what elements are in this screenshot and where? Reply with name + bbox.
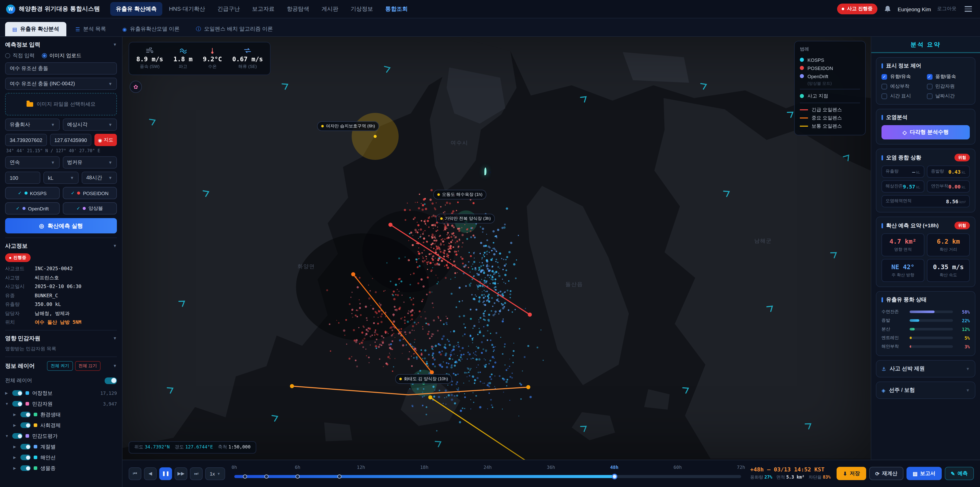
display-checkbox-유향/유속[interactable]: ✓유향/유속 (881, 73, 924, 80)
model-toggle-opendrift[interactable]: ✓OpenDrift (5, 202, 59, 214)
step-back-button[interactable]: ◀ (144, 467, 157, 480)
timeline-track[interactable] (234, 475, 741, 478)
hazard-eta-marker (243, 474, 247, 479)
incident-name-input[interactable] (5, 62, 117, 75)
timeline-handle[interactable] (611, 474, 617, 479)
image-dropzone[interactable]: 이미지 파일을 선택하세요 (5, 93, 117, 115)
layer-toggle[interactable] (12, 433, 22, 439)
chevron-down-icon[interactable]: ▼ (113, 244, 117, 248)
owner-insurance-fold[interactable]: ◈ 선주 / 보험 ▼ (881, 386, 970, 394)
caret-icon[interactable]: ▼ (5, 402, 9, 406)
timeline-tick[interactable]: 72h (737, 465, 745, 470)
timeline-tick[interactable]: 48h (610, 465, 619, 470)
recalculate-button[interactable]: ⟳재계산 (869, 467, 904, 480)
tab-boom-theory[interactable]: ⓘ오일펜스 배치 알고리즘 이론 (189, 22, 280, 36)
display-checkbox-시간 표시[interactable]: 시간 표시 (881, 93, 924, 100)
menu-item-rescue[interactable]: 긴급구난 (212, 2, 245, 16)
caret-icon[interactable]: ▶ (13, 466, 18, 470)
tab-model-theory[interactable]: ◉유출유확산모델 이론 (115, 22, 187, 36)
notification-bell-icon[interactable] (883, 5, 891, 13)
timeline-tick[interactable]: 60h (673, 465, 682, 470)
skip-start-button[interactable]: ⏮ (129, 467, 142, 480)
model-toggle-ensemble[interactable]: ✓앙상블 (62, 202, 117, 214)
polygon-analysis-button[interactable]: ◇다각형 분석수행 (881, 125, 970, 139)
model-toggle-kosps[interactable]: ✓KOSPS (5, 187, 59, 199)
all-layers-on-button[interactable]: 전체 켜기 (47, 361, 73, 371)
timeline-tick[interactable]: 36h (547, 465, 555, 470)
display-checkbox-예상부착[interactable]: 예상부착 (881, 83, 924, 90)
expected-time-select[interactable]: 예상시각▼ (62, 118, 117, 131)
layer-toggle[interactable] (12, 390, 22, 396)
chevron-down-icon[interactable]: ▼ (113, 336, 117, 341)
tab-diffusion-analysis[interactable]: ▤유출유 확산분석 (5, 22, 66, 36)
chevron-down-icon[interactable]: ▼ (113, 364, 117, 368)
map-style-button[interactable]: ✿ (130, 81, 142, 93)
menu-item-spill-forecast[interactable]: 유출유 확산예측 (110, 2, 162, 16)
hazard-marker[interactable]: 여자만 습지보호구역 (6h) (317, 121, 379, 131)
menu-item-air-search[interactable]: 항공탐색 (281, 2, 315, 16)
input-mode-radios: 직접 입력 이미지 업로드 (5, 52, 117, 59)
hazard-marker[interactable]: 화태도 김 양식장 (10h) (395, 374, 452, 384)
caret-icon[interactable]: ▶ (13, 445, 18, 449)
display-checkbox-날짜시간[interactable]: 날짜시간 (927, 93, 970, 100)
hamburger-menu-icon[interactable] (963, 4, 974, 14)
pause-button[interactable]: ❚❚ (159, 467, 172, 480)
run-prediction-button[interactable]: ◎확산예측 실행 (5, 218, 117, 233)
unit-select[interactable]: kL▼ (43, 172, 79, 184)
longitude-input[interactable] (50, 134, 91, 146)
layer-toggle[interactable] (21, 465, 30, 471)
menu-item-integrated-search[interactable]: 통합조회 (380, 2, 414, 16)
map-viewport[interactable]: 여수시화양면돌산읍남해군 여자만 습지보호구역 (6h)오동도 해수욕장 (1h… (123, 37, 871, 460)
cell-label: 연안부착 (931, 184, 948, 190)
logout-button[interactable]: 로그아웃 (937, 6, 956, 12)
display-checkbox-민감자원[interactable]: 민감자원 (927, 83, 970, 90)
timeline-tick[interactable]: 24h (484, 465, 492, 470)
model-toggle-poseidon[interactable]: ✓POSEIDON (62, 187, 117, 199)
menu-item-hns[interactable]: HNS·대기확산 (163, 2, 211, 16)
layer-toggle[interactable] (21, 412, 30, 417)
timeline-tick[interactable]: 18h (420, 465, 428, 470)
save-button[interactable]: ⬇저장 (837, 467, 866, 480)
layer-toggle[interactable] (21, 455, 30, 460)
timeline-tick[interactable]: 0h (231, 465, 237, 470)
caret-icon[interactable]: ▶ (5, 391, 9, 395)
menu-item-weather[interactable]: 기상정보 (345, 2, 379, 16)
tab-analysis-list[interactable]: ☰분석 목록 (68, 22, 113, 36)
timeline-tick[interactable]: 6h (295, 465, 301, 470)
hazard-marker[interactable]: 오동도 해수욕장 (1h) (433, 190, 487, 200)
playback-speed-select[interactable]: 1x▼ (205, 467, 225, 480)
layer-toggle[interactable] (21, 444, 30, 449)
caret-icon[interactable]: ▶ (13, 412, 18, 417)
timeline-tick[interactable]: 12h (357, 465, 365, 470)
report-button[interactable]: ▤보고서 (907, 467, 942, 480)
master-layer-toggle[interactable] (105, 377, 117, 384)
menu-item-board[interactable]: 게시판 (316, 2, 344, 16)
radio-image-upload[interactable]: 이미지 업로드 (42, 52, 82, 59)
incident-status-badge[interactable]: 사고 진행중 (837, 3, 877, 14)
display-checkbox-풍향/풍속[interactable]: ✓풍향/풍속 (927, 73, 970, 80)
user-name[interactable]: Eunjeong Kim (897, 6, 931, 12)
caret-icon[interactable]: ▶ (13, 455, 18, 460)
amount-input[interactable] (5, 172, 40, 184)
hazard-marker[interactable]: 가막만 전복 양식장 (3h) (436, 214, 495, 224)
vessel-specs-fold[interactable]: ⚓ 사고 선박 제원 ▼ (881, 365, 970, 372)
layer-toggle[interactable] (21, 422, 30, 428)
incident-select[interactable]: 여수 유조선 충돌 (INC-0042)▼ (5, 78, 117, 90)
caret-icon[interactable]: ▼ (5, 434, 9, 438)
radio-direct-input[interactable]: 직접 입력 (5, 52, 35, 59)
fast-forward-button[interactable]: ▶▶ (175, 467, 187, 480)
spill-type-select[interactable]: 연속▼ (5, 156, 59, 169)
oil-type-select[interactable]: 벙커유▼ (62, 156, 117, 169)
menu-item-reports[interactable]: 보고자료 (247, 2, 280, 16)
pick-on-map-button[interactable]: ◉지도 (94, 134, 117, 146)
caret-icon[interactable]: ▶ (13, 423, 18, 427)
chevron-down-icon[interactable]: ▼ (113, 42, 117, 47)
incident-location-pin[interactable] (484, 169, 495, 179)
all-layers-off-button[interactable]: 전체 끄기 (75, 361, 100, 371)
skip-end-button[interactable]: ⏭ (190, 467, 203, 480)
latitude-input[interactable] (5, 134, 47, 146)
duration-select[interactable]: 48시간▼ (82, 172, 117, 184)
predict-button[interactable]: ✎예측 (945, 467, 974, 480)
spill-company-select[interactable]: 유출회사▼ (5, 118, 59, 131)
layer-toggle[interactable] (12, 401, 22, 407)
